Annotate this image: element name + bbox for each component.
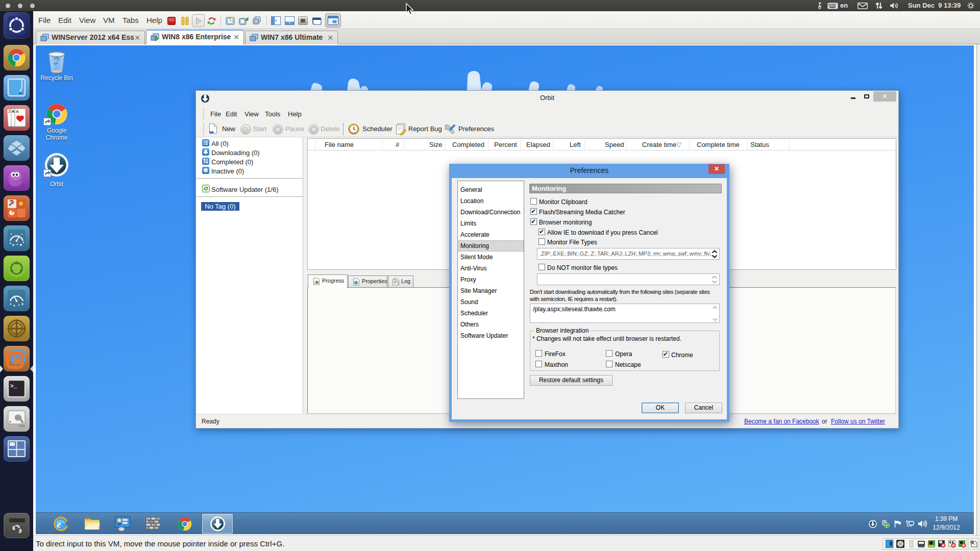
svg-text:e: e	[57, 519, 61, 530]
svg-text:K: K	[12, 109, 15, 114]
svg-text:2: 2	[9, 109, 11, 114]
svg-text:>_: >_	[10, 383, 17, 389]
svg-text:A: A	[16, 109, 19, 114]
